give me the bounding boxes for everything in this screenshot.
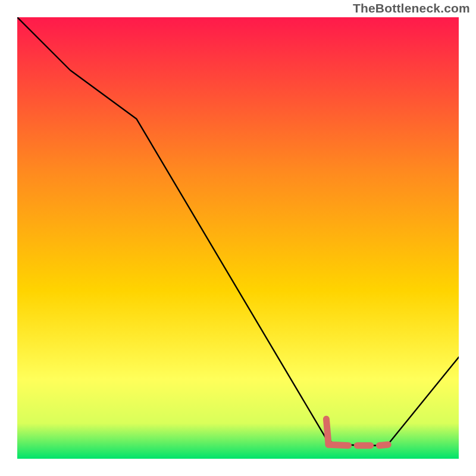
optimal-L-segment-horz: [328, 444, 348, 445]
watermark-text: TheBottleneck.com: [353, 1, 470, 15]
optimal-L-segment-vert: [326, 419, 328, 444]
optimal-markers: [326, 419, 388, 446]
bottleneck-curve: [17, 17, 459, 446]
chart-wrapper: TheBottleneck.com: [0, 0, 476, 476]
plot-area: [17, 17, 459, 459]
curve-layer: [17, 17, 459, 459]
optimal-dash-2: [379, 444, 388, 445]
